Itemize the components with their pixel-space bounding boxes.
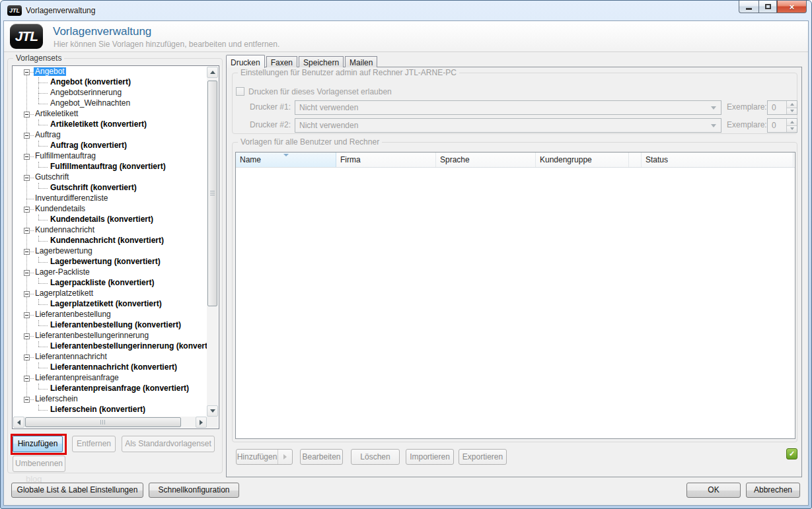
collapse-icon[interactable] xyxy=(24,355,30,360)
tree-item[interactable]: Lagerpackliste (konvertiert) xyxy=(13,278,207,288)
schnellkonfiguration-button[interactable]: Schnellkonfiguration xyxy=(149,483,239,498)
tree-item[interactable]: Lieferantenbestellung (konvertiert) xyxy=(13,320,207,331)
close-button[interactable]: × xyxy=(777,1,807,13)
exportieren-button[interactable]: Exportieren xyxy=(459,449,507,465)
tree-item[interactable]: Angebotserinnerung xyxy=(13,88,207,98)
vorlage-hinzufuegen-split-button[interactable]: Hinzufügen xyxy=(236,449,293,465)
bearbeiten-button[interactable]: Bearbeiten xyxy=(300,449,343,465)
tree-item-label[interactable]: Artikeletikett xyxy=(34,110,79,118)
abbrechen-button[interactable]: Abbrechen xyxy=(746,483,800,498)
collapse-icon[interactable] xyxy=(24,333,30,339)
tree-item[interactable]: Lager-Packliste xyxy=(13,267,207,278)
tree-item-label[interactable]: Fulfillmentauftrag (konvertiert) xyxy=(49,162,167,171)
collapse-icon[interactable] xyxy=(24,291,30,297)
tree-item-label[interactable]: Kundennachricht xyxy=(34,226,96,234)
column-header-firma[interactable]: Firma xyxy=(336,153,436,167)
ok-button[interactable]: OK xyxy=(686,483,741,498)
drucker2-dropdown[interactable]: Nicht verwenden xyxy=(295,118,721,133)
loeschen-button[interactable]: Löschen xyxy=(351,449,400,465)
tree-item-label[interactable]: Lieferantenbestellungerinnerung (konvert… xyxy=(49,342,207,351)
drucker1-dropdown[interactable]: Nicht verwenden xyxy=(295,100,721,115)
column-header-name[interactable]: Name xyxy=(236,153,336,167)
tree-item-label[interactable]: Lager-Packliste xyxy=(34,268,91,277)
column-header-kundengruppe[interactable]: Kundengruppe xyxy=(536,153,629,167)
tree-item-label[interactable]: Artikeletikett (konvertiert) xyxy=(49,120,148,129)
tree-item-label[interactable]: Angebot_Weihnachten xyxy=(49,99,131,108)
collapse-icon[interactable] xyxy=(24,270,30,276)
tree-item[interactable]: Fulfillmentauftrag xyxy=(13,151,207,162)
tree-item-label[interactable]: Lagerbewertung xyxy=(34,247,94,255)
collapse-icon[interactable] xyxy=(24,154,30,160)
tree-item[interactable]: Lieferschein (konvertiert) xyxy=(13,405,207,415)
stepper-up-button[interactable] xyxy=(787,101,797,108)
exemplare2-stepper[interactable]: 0 xyxy=(767,118,797,133)
exemplare1-stepper[interactable]: 0 xyxy=(767,100,797,115)
tree-item-label[interactable]: Angebot (konvertiert) xyxy=(49,78,132,86)
tree-item-label[interactable]: Angebotserinnerung xyxy=(49,88,123,97)
tree-item-label[interactable]: Kundendetails xyxy=(34,205,87,213)
tab-mailen[interactable]: Mailen xyxy=(345,56,377,67)
tree-item-label[interactable]: Lieferantennachricht (konvertiert) xyxy=(49,363,178,372)
scroll-left-button[interactable] xyxy=(13,417,24,428)
column-header-sprache[interactable]: Sprache xyxy=(436,153,536,167)
collapse-icon[interactable] xyxy=(24,249,30,255)
tree-item[interactable]: Lieferschein xyxy=(13,394,207,405)
tree-item[interactable]: Lieferantenpreisanfrage xyxy=(13,373,207,384)
tree-item[interactable]: Artikeletikett xyxy=(13,109,207,119)
tree-item[interactable]: Lagerplatzetikett (konvertiert) xyxy=(13,299,207,310)
tree-item[interactable]: Lieferantenpreisanfrage (konvertiert) xyxy=(13,384,207,394)
als-standardvorlagenset-button[interactable]: Als Standardvorlagenset xyxy=(122,436,215,452)
umbenennen-button[interactable]: Umbenennen xyxy=(13,456,65,472)
tree-item[interactable]: Kundennachricht (konvertiert) xyxy=(13,236,207,246)
tree-item[interactable]: Auftrag (konvertiert) xyxy=(13,141,207,151)
vorlage-hinzufuegen-button[interactable]: Hinzufügen xyxy=(237,450,277,464)
column-header-spacer[interactable] xyxy=(629,153,642,167)
tree-item-label[interactable]: Auftrag (konvertiert) xyxy=(49,141,128,150)
stepper-down-button[interactable] xyxy=(787,126,797,133)
tree-item-label[interactable]: Lagerplatzetikett xyxy=(34,289,94,298)
collapse-icon[interactable] xyxy=(24,112,30,118)
tree-item-label[interactable]: Lieferschein (konvertiert) xyxy=(49,405,147,414)
tree-item-label[interactable]: Fulfillmentauftrag xyxy=(34,152,97,160)
tree-item-label[interactable]: Lieferantennachricht xyxy=(34,353,108,361)
tree-item-label[interactable]: Angebot xyxy=(34,67,66,76)
tree-item[interactable]: Auftrag xyxy=(13,130,207,141)
tree-item[interactable]: Lieferantenbestellungerinnerung xyxy=(13,331,207,341)
title-bar[interactable]: JTL Vorlagenverwaltung × xyxy=(1,1,811,20)
collapse-icon[interactable] xyxy=(24,175,30,181)
tree-item[interactable]: Fulfillmentauftrag (konvertiert) xyxy=(13,162,207,172)
tree-item[interactable]: Artikeletikett (konvertiert) xyxy=(13,119,207,130)
collapse-icon[interactable] xyxy=(24,228,30,234)
tree-item-label[interactable]: Inventurdifferenzliste xyxy=(34,194,110,203)
tree-vertical-scrollbar[interactable] xyxy=(207,67,218,417)
tree-item-label[interactable]: Lagerpackliste (konvertiert) xyxy=(49,279,155,287)
tree-item[interactable]: Lieferantenbestellung xyxy=(13,310,207,320)
scroll-right-button[interactable] xyxy=(196,417,207,428)
collapse-icon[interactable] xyxy=(24,312,30,318)
stepper-up-button[interactable] xyxy=(787,119,797,126)
tree-item-label[interactable]: Lieferantenpreisanfrage (konvertiert) xyxy=(49,384,190,393)
vorlagensets-tree[interactable]: AngebotAngebot (konvertiert)Angebotserin… xyxy=(12,65,219,429)
tree-item[interactable]: Lieferantennachricht xyxy=(13,352,207,362)
tree-item-label[interactable]: Lagerplatzetikett (konvertiert) xyxy=(49,300,163,308)
tree-item-label[interactable]: Gutschrift xyxy=(34,173,70,182)
tree-horizontal-scrollbar[interactable] xyxy=(13,417,207,428)
tree-item[interactable]: Kundennachricht xyxy=(13,225,207,236)
collapse-icon[interactable] xyxy=(24,397,30,403)
tab-drucken[interactable]: Drucken xyxy=(226,55,265,68)
tree-item-label[interactable]: Lieferantenbestellung xyxy=(34,310,112,319)
tree-item-label[interactable]: Gutschrift (konvertiert) xyxy=(49,184,138,192)
tree-item[interactable]: Angebot xyxy=(13,67,207,77)
collapse-icon[interactable] xyxy=(24,69,30,75)
tree-item[interactable]: Gutschrift (konvertiert) xyxy=(13,183,207,193)
tree-item-label[interactable]: Lieferantenbestellungerinnerung xyxy=(34,331,150,340)
minimize-button[interactable] xyxy=(739,1,758,13)
tree-item[interactable]: Angebot_Weihnachten xyxy=(13,98,207,109)
tree-item[interactable]: Lieferantennachricht (konvertiert) xyxy=(13,362,207,373)
tree-item[interactable]: Angebot (konvertiert) xyxy=(13,77,207,88)
stepper-buttons[interactable] xyxy=(786,101,797,114)
tree-item[interactable]: Lieferantenbestellungerinnerung (konvert… xyxy=(13,341,207,352)
vorlagenset-entfernen-button[interactable]: Entfernen xyxy=(72,436,116,452)
tree-item-label[interactable]: Lieferantenpreisanfrage xyxy=(34,374,120,382)
tree-item-label[interactable]: Kundendetails (konvertiert) xyxy=(49,215,155,224)
